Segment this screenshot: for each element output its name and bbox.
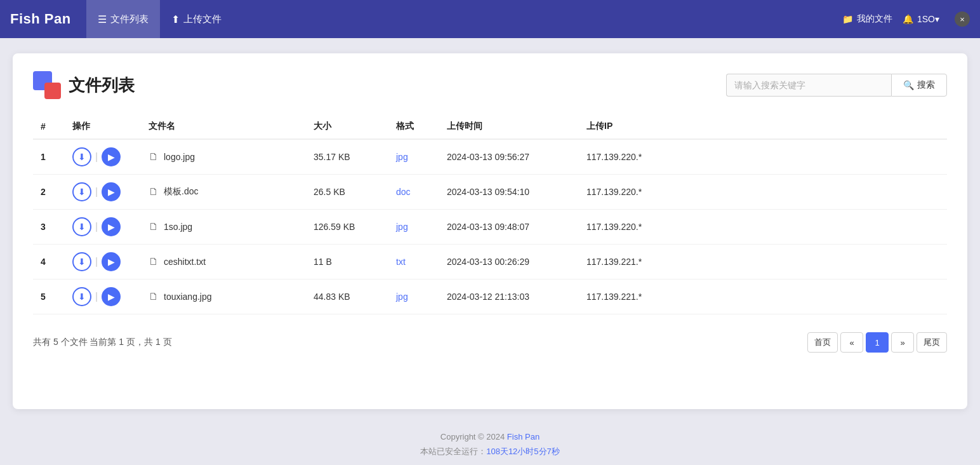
table-row: 5 ⬇ | ▶ 🗋 touxiang.jpg 44.83 KB jpg 2024… — [33, 280, 947, 314]
row-time: 2024-03-13 00:26:29 — [439, 245, 579, 280]
format-link[interactable]: jpg — [396, 292, 408, 302]
page-btn-2[interactable]: 1 — [866, 332, 889, 353]
page-icon — [33, 71, 61, 99]
page-btn-4[interactable]: 尾页 — [917, 332, 947, 353]
navbar: Fish Pan ☰ 文件列表 ⬆ 上传文件 📁 我的文件 🔔 1SO▾ × — [0, 0, 980, 38]
col-time: 上传时间 — [439, 114, 579, 139]
row-num: 3 — [33, 210, 65, 245]
row-format: doc — [388, 175, 439, 210]
nav-file-list[interactable]: ☰ 文件列表 — [86, 0, 160, 38]
format-link[interactable]: jpg — [396, 152, 408, 162]
col-ops: 操作 — [65, 114, 141, 139]
uptime-value: 108天12小时5分7秒 — [486, 447, 560, 456]
search-btn-label: 搜索 — [917, 79, 935, 91]
row-size: 35.17 KB — [306, 139, 388, 175]
download-btn[interactable]: ⬇ — [72, 287, 91, 306]
format-link[interactable]: jpg — [396, 222, 408, 232]
table-row: 3 ⬇ | ▶ 🗋 1so.jpg 126.59 KB jpg 2024-03-… — [33, 210, 947, 245]
row-filename: 🗋 ceshitxt.txt — [141, 245, 306, 280]
table-row: 2 ⬇ | ▶ 🗋 模板.doc 26.5 KB doc 2024-03-13 … — [33, 175, 947, 210]
row-ops: ⬇ | ▶ — [65, 175, 141, 210]
file-icon: 🗋 — [149, 221, 159, 232]
user-label: 1SO▾ — [917, 14, 939, 24]
filename-text: ceshitxt.txt — [164, 257, 206, 267]
my-files-label: 我的文件 — [857, 13, 892, 25]
row-num: 1 — [33, 139, 65, 175]
my-files-icon: 📁 — [842, 14, 853, 24]
play-btn[interactable]: ▶ — [102, 182, 121, 201]
row-time: 2024-03-13 09:48:07 — [439, 210, 579, 245]
search-group: 🔍 搜索 — [726, 74, 947, 97]
page-btn-0[interactable]: 首页 — [807, 332, 838, 353]
filename-text: 1so.jpg — [164, 222, 192, 232]
nav-items: ☰ 文件列表 ⬆ 上传文件 — [86, 0, 842, 38]
footer-brand: Fish Pan — [507, 432, 540, 441]
row-format: jpg — [388, 210, 439, 245]
row-ip: 117.139.221.* — [579, 245, 947, 280]
page-btn-1[interactable]: « — [840, 332, 863, 353]
table-header: # 操作 文件名 大小 格式 上传时间 上传IP — [33, 114, 947, 139]
row-ip: 117.139.220.* — [579, 210, 947, 245]
op-divider: | — [95, 186, 98, 198]
row-ip: 117.139.220.* — [579, 139, 947, 175]
download-btn[interactable]: ⬇ — [72, 252, 91, 271]
search-button[interactable]: 🔍 搜索 — [891, 74, 947, 97]
row-size: 126.59 KB — [306, 210, 388, 245]
play-btn[interactable]: ▶ — [102, 147, 121, 166]
row-filename: 🗋 logo.jpg — [141, 139, 306, 175]
col-fmt: 格式 — [388, 114, 439, 139]
play-btn[interactable]: ▶ — [102, 217, 121, 236]
brand-title: Fish Pan — [10, 11, 71, 27]
filename-text: 模板.doc — [164, 186, 198, 198]
row-time: 2024-03-12 21:13:03 — [439, 280, 579, 314]
nav-upload-label: 上传文件 — [183, 13, 222, 25]
row-filename: 🗋 touxiang.jpg — [141, 280, 306, 314]
file-icon: 🗋 — [149, 186, 159, 198]
row-format: txt — [388, 245, 439, 280]
table-row: 4 ⬇ | ▶ 🗋 ceshitxt.txt 11 B txt 2024-03-… — [33, 245, 947, 280]
page-btn-3[interactable]: » — [891, 332, 914, 353]
format-link[interactable]: txt — [396, 257, 406, 267]
search-input[interactable] — [726, 74, 891, 97]
content-card: 文件列表 🔍 搜索 # 操作 文件名 大小 格式 上传时间 — [13, 53, 967, 409]
format-link[interactable]: doc — [396, 187, 411, 197]
nav-file-list-label: 文件列表 — [110, 13, 149, 25]
file-icon: 🗋 — [149, 256, 159, 267]
op-divider: | — [95, 151, 98, 163]
nav-upload[interactable]: ⬆ 上传文件 — [160, 0, 233, 38]
file-table: # 操作 文件名 大小 格式 上传时间 上传IP 1 ⬇ | ▶ — [33, 114, 947, 314]
op-divider: | — [95, 256, 98, 267]
download-btn[interactable]: ⬇ — [72, 182, 91, 201]
row-ip: 117.139.221.* — [579, 280, 947, 314]
upload-icon: ⬆ — [171, 13, 180, 25]
row-num: 4 — [33, 245, 65, 280]
page-title: 文件列表 — [69, 74, 135, 97]
search-icon: 🔍 — [903, 80, 914, 90]
icon-bg-red — [44, 83, 61, 99]
pagination: 首页«1»尾页 — [807, 332, 947, 353]
nav-right: 📁 我的文件 🔔 1SO▾ × — [842, 11, 970, 27]
op-divider: | — [95, 291, 98, 302]
site-footer: Copyright © 2024 Fish Pan 本站已安全运行：108天12… — [0, 419, 980, 464]
row-format: jpg — [388, 280, 439, 314]
table-footer: 共有 5 个文件 当前第 1 页，共 1 页 首页«1»尾页 — [33, 332, 947, 353]
col-name: 文件名 — [141, 114, 306, 139]
download-btn[interactable]: ⬇ — [72, 217, 91, 236]
file-icon: 🗋 — [149, 151, 159, 163]
filename-text: touxiang.jpg — [164, 292, 212, 302]
play-btn[interactable]: ▶ — [102, 287, 121, 306]
play-btn[interactable]: ▶ — [102, 252, 121, 271]
col-num: # — [33, 114, 65, 139]
notification-icon: 🔔 — [903, 14, 913, 24]
table-body: 1 ⬇ | ▶ 🗋 logo.jpg 35.17 KB jpg 2024-03-… — [33, 139, 947, 314]
row-time: 2024-03-13 09:54:10 — [439, 175, 579, 210]
row-ops: ⬇ | ▶ — [65, 280, 141, 314]
close-button[interactable]: × — [955, 11, 970, 27]
download-btn[interactable]: ⬇ — [72, 147, 91, 166]
row-ops: ⬇ | ▶ — [65, 245, 141, 280]
main-content: 文件列表 🔍 搜索 # 操作 文件名 大小 格式 上传时间 — [0, 38, 980, 419]
row-ip: 117.139.220.* — [579, 175, 947, 210]
user-menu[interactable]: 🔔 1SO▾ — [903, 14, 939, 24]
my-files-btn[interactable]: 📁 我的文件 — [842, 13, 892, 25]
row-size: 11 B — [306, 245, 388, 280]
